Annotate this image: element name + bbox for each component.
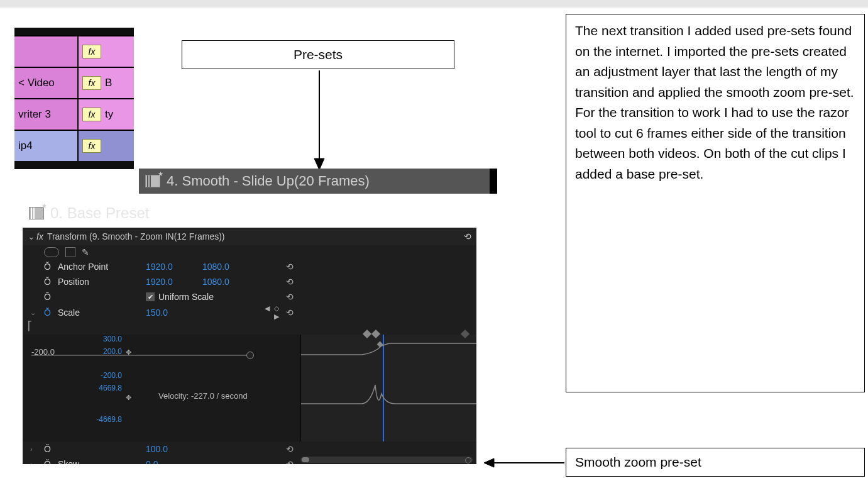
- fx-badge-icon: fx: [82, 76, 101, 90]
- stopwatch-icon[interactable]: Ŏ: [44, 277, 58, 287]
- preset-item-base[interactable]: 0. Base Preset: [23, 202, 312, 224]
- timeline-clip[interactable]: fx: [79, 131, 134, 161]
- ellipse-mask-button[interactable]: [44, 247, 59, 257]
- twisty-icon[interactable]: ›: [30, 460, 44, 464]
- fx-badge-icon: fx: [82, 139, 101, 153]
- stopwatch-icon[interactable]: Ŏ: [44, 308, 58, 318]
- prop-label: Anchor Point: [58, 262, 146, 272]
- prop-value[interactable]: 150.0: [146, 308, 202, 318]
- graph-tick: -4669.8: [84, 415, 122, 424]
- prop-value-y[interactable]: 1080.0: [202, 262, 259, 272]
- value-slider-thumb[interactable]: [246, 352, 254, 359]
- stopwatch-icon[interactable]: Ŏ: [44, 292, 58, 302]
- arrow-presets-down-icon: [307, 70, 332, 171]
- bracket-icon: [28, 321, 44, 331]
- fx-badge-icon: fx: [82, 108, 101, 121]
- prop-label: Uniform Scale: [158, 292, 214, 302]
- stopwatch-icon[interactable]: Ŏ: [44, 444, 58, 454]
- checkbox-icon: ✔: [146, 292, 155, 301]
- timeline-row[interactable]: ip4 fx: [14, 130, 134, 161]
- notes-box: The next transition I added used pre-set…: [566, 14, 865, 392]
- prop-uniform-scale: Ŏ ✔ Uniform Scale: [23, 289, 476, 304]
- preset-film-icon: [29, 207, 44, 219]
- effect-header-title: Transform (9. Smooth - Zoom IN(12 Frames…: [47, 231, 459, 241]
- preset-item-label: 4. Smooth - Slide Up(20 Frames): [167, 173, 370, 189]
- timeline-row[interactable]: < Video fx B: [14, 67, 134, 98]
- rectangle-mask-button[interactable]: [65, 247, 75, 257]
- graph-zoom-handle-icon[interactable]: ✥: [124, 348, 132, 356]
- preset-item-slide-up[interactable]: 4. Smooth - Slide Up(20 Frames): [139, 169, 497, 194]
- horizontal-scrollbar[interactable]: [300, 457, 473, 463]
- timeline-track-label: < Video: [14, 68, 79, 98]
- preset-film-icon: [145, 175, 160, 187]
- clip-text: ty: [105, 108, 113, 121]
- fx-badge-icon: fx: [82, 45, 101, 58]
- prop-position: Ŏ Position 1920.0 1080.0: [23, 274, 476, 289]
- timeline-clip[interactable]: fx ty: [79, 99, 134, 130]
- prop-label: Position: [58, 277, 146, 287]
- timeline-row[interactable]: vriter 3 fx ty: [14, 98, 134, 130]
- scrollbar-thumb[interactable]: [302, 457, 309, 462]
- uniform-scale-checkbox[interactable]: ✔ Uniform Scale: [146, 292, 259, 302]
- prop-value-x[interactable]: 1920.0: [146, 262, 202, 272]
- graph-tick: 300.0: [84, 335, 122, 343]
- velocity-curve-icon: [301, 379, 476, 429]
- effect-mask-toolbar: [23, 245, 476, 259]
- reset-prop-button[interactable]: [280, 308, 299, 318]
- label-presets: Pre-sets: [182, 40, 454, 69]
- label-smooth-zoom: Smooth zoom pre-set: [566, 448, 865, 477]
- timeline-clip[interactable]: fx: [79, 36, 134, 67]
- graph-tick: 4669.8: [84, 384, 122, 392]
- twisty-icon[interactable]: ›: [30, 445, 44, 453]
- timeline-row[interactable]: fx: [14, 35, 134, 67]
- prop-skew: › Ŏ Skew 0.0: [23, 457, 300, 464]
- effect-header[interactable]: ⌄ fx Transform (9. Smooth - Zoom IN(12 F…: [23, 228, 476, 245]
- prop-value[interactable]: 100.0: [146, 444, 202, 454]
- prop-anchor-point: Ŏ Anchor Point 1920.0 1080.0: [23, 259, 476, 274]
- prop-label: Skew: [58, 459, 146, 464]
- pen-mask-button[interactable]: [82, 247, 89, 257]
- twisty-icon[interactable]: ⌄: [28, 231, 36, 241]
- timeline-clip[interactable]: fx B: [79, 68, 134, 98]
- reset-prop-button[interactable]: [280, 459, 299, 464]
- scrollbar-end-icon: [465, 457, 471, 463]
- prop-label: Scale: [58, 308, 146, 318]
- graph-zoom-handle-icon[interactable]: ✥: [124, 394, 132, 401]
- page-top-bar: [0, 0, 868, 8]
- prop-value-y[interactable]: 1080.0: [202, 277, 259, 287]
- reset-prop-button[interactable]: [280, 277, 299, 287]
- svg-marker-3: [484, 458, 494, 467]
- timeline-clip-area: fx < Video fx B vriter 3 fx ty ip4 fx: [14, 28, 134, 169]
- clip-text: B: [105, 77, 112, 89]
- stopwatch-icon[interactable]: Ŏ: [44, 262, 58, 272]
- twisty-icon[interactable]: ⌄: [30, 309, 44, 317]
- value-curve-icon: [301, 335, 476, 385]
- prop-value[interactable]: 0.0: [146, 459, 202, 464]
- timeline-track-label: vriter 3: [14, 99, 79, 130]
- effect-controls-panel: ⌄ fx Transform (9. Smooth - Zoom IN(12 F…: [23, 228, 476, 464]
- graph-tick: -200.0: [84, 371, 122, 380]
- prop-value-x[interactable]: 1920.0: [146, 277, 202, 287]
- reset-prop-button[interactable]: [280, 262, 299, 272]
- prop-scale: ⌄ Ŏ Scale 150.0 ◀ ◇ ▶: [23, 304, 476, 319]
- reset-effect-button[interactable]: [464, 231, 471, 241]
- timeline-track-label: [14, 36, 79, 67]
- velocity-readout: Velocity: -227.0 / second: [158, 391, 248, 401]
- graph-plot-area[interactable]: [300, 335, 476, 441]
- stopwatch-icon[interactable]: Ŏ: [44, 459, 58, 464]
- timeline-track-label: ip4: [14, 131, 79, 161]
- keyframe-nav[interactable]: ◀ ◇ ▶: [259, 304, 280, 321]
- keyframe-graph[interactable]: -200.0 300.0 200.0 ✥ -200.0 4669.8 ✥ -46…: [23, 335, 476, 441]
- value-slider-track[interactable]: [31, 355, 253, 356]
- prop-extra-100: › Ŏ 100.0: [23, 441, 300, 457]
- arrow-smooth-left-icon: [484, 455, 566, 470]
- preset-item-label: 0. Base Preset: [50, 204, 149, 222]
- reset-prop-button[interactable]: [280, 292, 299, 302]
- reset-prop-button[interactable]: [280, 444, 299, 454]
- fx-icon: fx: [36, 231, 43, 241]
- graph-tick: 200.0: [84, 347, 122, 356]
